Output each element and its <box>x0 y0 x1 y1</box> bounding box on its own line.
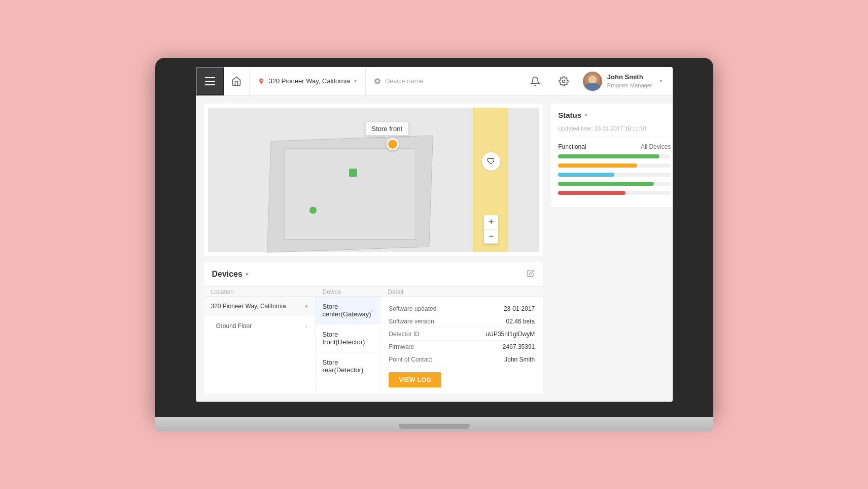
status-bar-fill-5 <box>558 191 626 195</box>
user-text: John Smith Program Manager <box>607 73 652 89</box>
user-chevron: ▾ <box>659 78 663 84</box>
shield-icon: 🛡 <box>487 157 495 166</box>
screen-bezel: 320 Pioneer Way, California ▾ Device nam… <box>155 58 713 417</box>
detail-row-software-version: Software version 02.46 beta <box>389 315 535 328</box>
status-title: Status <box>558 111 581 119</box>
nav-right: John Smith Program Manager ▾ <box>526 72 673 91</box>
updated-value: 23-01-2017 16:11:10 <box>595 125 646 132</box>
detail-row-detector-id: Detector ID uUP35nI1gIDwyM <box>389 328 535 341</box>
devices-panel: Devices ▾ <box>204 262 543 394</box>
devices-title: Devices ▾ <box>212 270 249 279</box>
detail-label-software-version: Software version <box>389 318 434 325</box>
zoom-in-button[interactable]: + <box>484 215 498 230</box>
device-item-gateway[interactable]: Store center(Gateway) › <box>316 297 380 324</box>
top-nav: 320 Pioneer Way, California ▾ Device nam… <box>196 67 673 95</box>
location-item-main[interactable]: 320 Pioneer Way, California ▾ <box>204 297 315 316</box>
green-circle-marker[interactable] <box>309 207 317 214</box>
updated-label: Updated time: <box>558 125 593 132</box>
all-devices-label: All Devices <box>641 143 671 150</box>
detail-row-software-updated: Software updated 23-01-2017 <box>389 303 535 315</box>
zoom-out-button[interactable]: − <box>484 230 498 244</box>
detail-value-detector-id: uUP35nI1gIDwyM <box>486 331 535 338</box>
user-role: Program Manager <box>607 82 652 89</box>
device-gateway-text: Store center(Gateway) <box>323 303 371 318</box>
status-bar-4 <box>558 182 671 186</box>
location-item-ground-floor[interactable]: Ground Floor › <box>204 316 315 336</box>
green-square-marker[interactable] <box>349 169 357 177</box>
devices-table: Location Device Detail <box>204 287 543 394</box>
edit-icon[interactable] <box>527 269 535 279</box>
ground-floor-arrow: › <box>306 323 308 329</box>
location-selector[interactable]: 320 Pioneer Way, California ▾ <box>250 67 366 95</box>
orange-marker[interactable] <box>387 138 399 150</box>
user-info[interactable]: John Smith Program Manager ▾ <box>583 72 663 91</box>
location-col-header: Location <box>204 287 316 296</box>
table-body: 320 Pioneer Way, California ▾ Ground Flo… <box>204 297 543 394</box>
settings-button[interactable] <box>554 72 573 90</box>
location-text: 320 Pioneer Way, California <box>269 77 350 85</box>
device-item-front[interactable]: Store front(Detector) <box>316 324 380 352</box>
detail-row-poc: Point of Contact John Smith <box>389 353 535 366</box>
detail-label-firmware: Firmware <box>389 343 414 350</box>
screen: 320 Pioneer Way, California ▾ Device nam… <box>196 67 673 402</box>
svg-point-1 <box>376 80 379 82</box>
status-card: Status ▾ Updated time: 23-01-2017 16:11:… <box>551 104 672 207</box>
laptop-notch <box>399 424 470 429</box>
detail-label-software-updated: Software updated <box>389 305 436 312</box>
device-col-header: Device <box>316 287 381 296</box>
detail-label-poc: Point of Contact <box>389 356 432 363</box>
detail-column: Software updated 23-01-2017 Software ver… <box>380 297 543 394</box>
device-rear-text: Store rear(Detector) <box>323 358 373 374</box>
user-name: John Smith <box>607 73 652 82</box>
map-building-inner <box>284 148 416 240</box>
home-nav-button[interactable] <box>224 67 250 95</box>
status-bar-3 <box>558 173 671 177</box>
map-area: Store front 🛡 + − <box>208 108 539 252</box>
notifications-button[interactable] <box>526 72 544 90</box>
status-bar-fill-4 <box>558 182 654 186</box>
status-chevron: ▾ <box>584 112 587 118</box>
device-placeholder: Device name <box>385 77 424 85</box>
device-item-rear[interactable]: Store rear(Detector) <box>316 352 380 380</box>
laptop-base <box>155 417 713 431</box>
map-container: Store front 🛡 + − <box>204 104 543 256</box>
store-front-tooltip: Store front <box>365 122 409 136</box>
status-bar-fill-2 <box>558 164 637 168</box>
view-log-button[interactable]: VIEW LOG <box>389 372 441 387</box>
tooltip-text: Store front <box>372 125 403 133</box>
status-bar-fill-1 <box>558 154 659 158</box>
detail-value-firmware: 2467.35391 <box>503 343 535 350</box>
hamburger-line-1 <box>205 77 215 78</box>
status-bar-2 <box>558 164 671 168</box>
avatar-image <box>583 72 602 91</box>
hamburger-button[interactable] <box>196 67 224 95</box>
device-selector[interactable]: Device name <box>366 67 432 95</box>
status-functional-row: Functional All Devices <box>558 143 671 150</box>
left-panel: Store front 🛡 + − <box>204 104 543 394</box>
main-content: Store front 🛡 + − <box>196 95 673 402</box>
status-bar-1 <box>558 154 671 158</box>
status-bar-fill-3 <box>558 173 614 177</box>
functional-label: Functional <box>558 143 586 150</box>
device-column: Store center(Gateway) › Store front(Dete… <box>316 297 381 394</box>
map-controls: + − <box>484 215 498 244</box>
detail-label-detector-id: Detector ID <box>389 331 420 338</box>
detail-value-poc: John Smith <box>504 356 535 363</box>
detail-col-header: Detail <box>380 287 543 296</box>
location-chevron: ▾ <box>354 78 357 84</box>
devices-header: Devices ▾ <box>204 262 543 287</box>
status-bar-5 <box>558 191 671 195</box>
hamburger-line-3 <box>205 84 215 85</box>
location-main-chevron: ▾ <box>305 303 308 310</box>
table-header: Location Device Detail <box>204 287 543 297</box>
status-header[interactable]: Status ▾ <box>558 111 671 119</box>
detail-row-firmware: Firmware 2467.35391 <box>389 341 535 353</box>
svg-point-2 <box>562 80 565 82</box>
detail-value-software-version: 02.46 beta <box>506 318 535 325</box>
right-panel: Status ▾ Updated time: 23-01-2017 16:11:… <box>551 104 672 394</box>
location-sub-text: Ground Floor <box>216 322 252 330</box>
devices-chevron[interactable]: ▾ <box>246 271 249 278</box>
shield-marker[interactable]: 🛡 <box>482 152 500 171</box>
device-gateway-arrow: › <box>371 307 373 313</box>
updated-time: Updated time: 23-01-2017 16:11:10 <box>558 125 671 137</box>
